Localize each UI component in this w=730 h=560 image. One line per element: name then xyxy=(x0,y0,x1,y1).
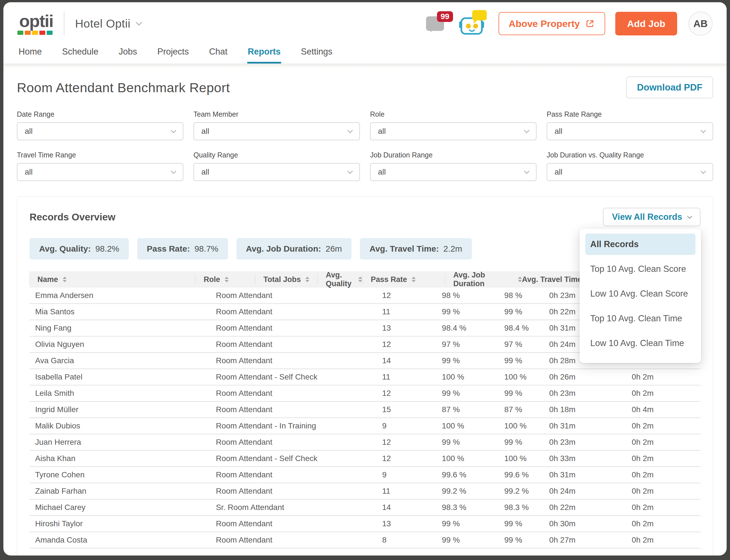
filter-select[interactable]: all xyxy=(547,163,713,181)
filter-select-value: all xyxy=(555,168,701,177)
table-row[interactable]: Ingrid Müller Room Attendant 15 87 % 87 … xyxy=(30,402,700,418)
cell-role: Room Attendant xyxy=(208,356,374,365)
chevron-down-icon xyxy=(700,128,706,133)
cell-total-jobs: 11 xyxy=(374,372,433,381)
stat-value: 98.7% xyxy=(194,244,218,254)
user-avatar[interactable]: AB xyxy=(688,12,713,36)
nav-tab[interactable]: Reports xyxy=(247,45,281,64)
cell-name: Isabella Patel xyxy=(30,372,208,381)
cell-avg-quality: 98 % xyxy=(433,291,496,300)
cell-role: Room Attendant xyxy=(208,470,374,479)
nav-tab[interactable]: Projects xyxy=(157,45,189,64)
cell-role: Room Attendant - Self Check xyxy=(208,454,374,463)
cell-pass-rate: 99.6 % xyxy=(496,470,541,479)
cell-avg-job-duration: 0h 31m xyxy=(541,470,623,479)
dropdown-menu-item[interactable]: Low 10 Avg. Clean Score xyxy=(580,281,701,306)
dropdown-menu-item[interactable]: Top 10 Avg. Clean Time xyxy=(580,306,701,331)
table-row[interactable]: Malik Dubios Room Attendant - In Trainin… xyxy=(30,418,700,434)
filter-select[interactable]: all xyxy=(370,122,537,140)
property-selector[interactable]: Hotel Optii xyxy=(75,17,141,30)
add-job-label: Add Job xyxy=(627,18,665,29)
app-window: optii Hotel Optii 99 xyxy=(3,2,727,556)
table-column-header[interactable]: Pass Rate xyxy=(362,271,445,288)
filter-select[interactable]: all xyxy=(17,163,183,181)
filter-select[interactable]: all xyxy=(193,163,360,181)
logo-square xyxy=(17,31,23,35)
cell-total-jobs: 9 xyxy=(374,470,433,479)
dropdown-menu-item-label: Top 10 Avg. Clean Score xyxy=(590,264,686,274)
table-row[interactable]: Zainab Farhan Room Attendant 11 99.2 % 9… xyxy=(30,483,700,500)
filter-select-value: all xyxy=(378,127,525,136)
filter-label: Quality Range xyxy=(193,151,360,159)
view-all-records-button[interactable]: View All Records xyxy=(603,208,700,226)
filter-select[interactable]: all xyxy=(547,122,713,140)
filter-field: Role all xyxy=(370,110,537,140)
cell-total-jobs: 9 xyxy=(374,421,433,430)
above-property-label: Above Property xyxy=(509,18,580,29)
screenshot-canvas: optii Hotel Optii 99 xyxy=(0,0,730,560)
table-row[interactable]: Amanda Costa Room Attendant 8 99 % 99 % … xyxy=(30,532,700,548)
main-content: Room Attendant Benchmark Report Download… xyxy=(3,68,727,181)
table-row[interactable]: Michael Carey Sr. Room Attendant 14 98.3… xyxy=(30,500,700,516)
chevron-down-icon xyxy=(347,168,353,174)
filter-label: Date Range xyxy=(17,110,183,118)
external-link-icon xyxy=(585,19,595,29)
table-row[interactable]: Tyrone Cohen Room Attendant 9 99.6 % 99.… xyxy=(30,467,700,483)
cell-total-jobs: 12 xyxy=(374,454,433,463)
table-row[interactable]: Aisha Khan Room Attendant - Self Check 1… xyxy=(30,451,700,467)
cell-avg-travel-time: 0h 4m xyxy=(623,405,700,414)
table-column-header[interactable]: Avg. Job Duration xyxy=(445,271,522,288)
above-property-button[interactable]: Above Property xyxy=(499,12,605,35)
nav-tab[interactable]: Jobs xyxy=(118,45,138,64)
cell-pass-rate: 100 % xyxy=(496,454,541,463)
cell-pass-rate: 99 % xyxy=(496,307,541,316)
table-row[interactable]: Juan Herrera Room Attendant 12 99 % 99 %… xyxy=(30,434,700,451)
cell-name: Tyrone Cohen xyxy=(30,470,208,479)
notifications-button[interactable]: 99 xyxy=(426,16,444,31)
cell-role: Room Attendant xyxy=(208,324,374,333)
nav-tab[interactable]: Settings xyxy=(300,45,333,64)
records-overview-card: Records Overview View All Records Avg. Q… xyxy=(17,196,713,556)
table-column-header[interactable]: Avg. Quality xyxy=(317,271,362,288)
table-row[interactable]: Hiroshi Taylor Room Attendant 13 99 % 99… xyxy=(30,516,700,532)
download-pdf-button[interactable]: Download PDF xyxy=(626,76,713,98)
column-label: Name xyxy=(37,275,58,284)
filter-select[interactable]: all xyxy=(193,122,360,140)
filter-label: Team Member xyxy=(193,110,360,118)
cell-avg-job-duration: 0h 33m xyxy=(541,454,623,463)
filter-select[interactable]: all xyxy=(17,122,183,140)
filter-select[interactable]: all xyxy=(370,163,537,181)
cell-pass-rate: 99 % xyxy=(496,519,541,528)
stat-value: 26m xyxy=(326,244,342,254)
cell-avg-job-duration: 0h 23m xyxy=(541,438,623,447)
column-label: Total Jobs xyxy=(263,275,301,284)
table-row[interactable]: Isabella Patel Room Attendant - Self Che… xyxy=(30,369,700,385)
cell-total-jobs: 14 xyxy=(374,356,433,365)
dropdown-menu-item[interactable]: Top 10 Avg. Clean Score xyxy=(580,257,701,281)
stat-chip: Avg. Travel Time: 2.2m xyxy=(360,238,472,259)
view-all-records-label: View All Records xyxy=(612,212,682,222)
nav-tab-label: Home xyxy=(19,47,42,57)
cell-role: Room Attendant xyxy=(208,291,374,300)
nav-tab[interactable]: Home xyxy=(18,45,42,64)
chevron-down-icon xyxy=(687,214,692,219)
table-row[interactable]: Leila Smith Room Attendant 12 99 % 99 % … xyxy=(30,385,700,402)
table-column-header[interactable]: Name xyxy=(30,271,195,288)
cell-total-jobs: 14 xyxy=(374,503,433,512)
chevron-down-icon xyxy=(524,168,530,174)
cell-avg-travel-time: 0h 2m xyxy=(623,454,700,463)
cell-pass-rate: 99 % xyxy=(496,536,541,545)
nav-tab[interactable]: Schedule xyxy=(62,45,99,64)
cell-pass-rate: 100 % xyxy=(496,421,541,430)
cell-avg-job-duration: 0h 23m xyxy=(541,389,623,398)
nav-tab[interactable]: Chat xyxy=(208,45,228,64)
stat-label: Pass Rate: xyxy=(147,244,190,254)
table-column-header[interactable]: Role xyxy=(195,271,255,288)
table-column-header[interactable]: Total Jobs xyxy=(255,271,317,288)
cell-name: Malik Dubios xyxy=(30,421,208,430)
dropdown-menu-item[interactable]: Low 10 Avg. Clean Time xyxy=(580,331,701,356)
sort-icon xyxy=(225,277,229,282)
add-job-button[interactable]: Add Job xyxy=(615,12,677,35)
chatbot-button[interactable] xyxy=(459,10,487,38)
dropdown-menu-item[interactable]: All Records xyxy=(585,234,695,255)
